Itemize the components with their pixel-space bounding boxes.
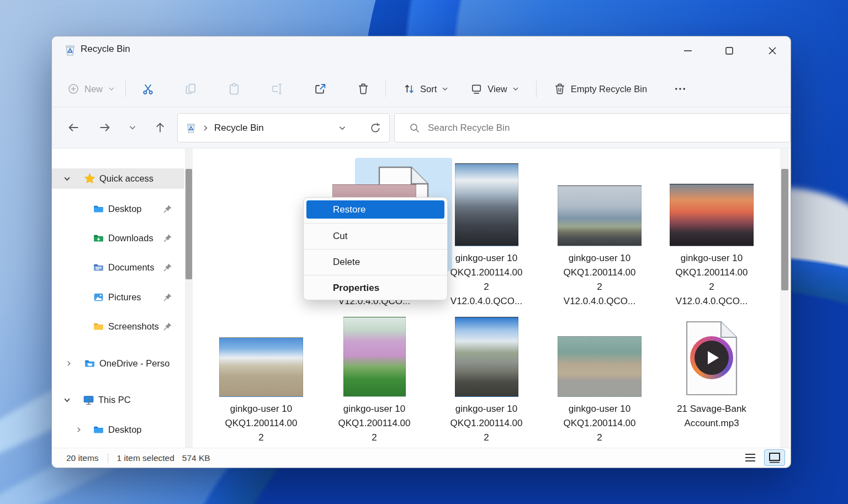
file-tile-photo[interactable]: ginkgo-user 10 QKQ1.200114.00 2 [209,317,314,445]
navigation-pane: Quick access Desktop Downloads Documents [52,148,194,448]
refresh-icon[interactable] [369,122,381,134]
sidebar-item-label: Pictures [108,292,141,303]
ellipsis-icon [674,82,687,96]
file-name-line: 21 Savage-Bank [659,402,764,416]
file-name-line: ginkgo-user 10 [659,251,764,266]
see-more-button[interactable] [668,78,692,100]
sidebar-item-documents[interactable]: Documents [52,257,184,278]
sidebar-item-downloads[interactable]: Downloads [52,228,184,248]
file-name-line: ginkgo-user 10 [322,402,427,416]
rename-button[interactable] [265,78,289,100]
trash-icon [357,82,370,96]
address-bar[interactable]: Recycle Bin [177,113,390,142]
file-name-line: ginkgo-user 10 [547,402,652,416]
address-dropdown-icon[interactable] [338,124,347,132]
sidebar-item-pictures[interactable]: Pictures [52,287,184,307]
rename-icon [271,82,284,96]
photo-thumbnail [455,163,518,246]
recycle-bin-icon [64,44,76,56]
thumbnail-view-icon [768,452,781,464]
cut-button[interactable] [136,78,160,100]
up-button[interactable] [152,119,168,136]
file-name-line: QKQ1.200114.00 [547,416,652,431]
breadcrumb[interactable]: Recycle Bin [214,123,264,134]
view-button[interactable]: View [463,78,526,100]
file-name-line: QKQ1.200114.00 [659,266,764,280]
file-name-line: ginkgo-user 10 [547,251,652,266]
file-tile-photo[interactable]: ginkgo-user 10 QKQ1.200114.00 2 [322,317,427,445]
file-name-line: QKQ1.200114.00 [322,416,427,431]
file-name-line: ginkgo-user 10 [434,251,539,266]
share-button[interactable] [308,78,332,100]
empty-recycle-bin-button[interactable]: Empty Recycle Bin [547,78,654,100]
pin-icon [163,204,172,214]
context-menu-item-delete[interactable]: Delete [304,250,447,275]
folder-icon [93,321,104,332]
toolbar-divider [125,81,126,97]
photo-thumbnail [558,185,642,246]
file-name-line: ginkgo-user 10 [209,402,314,416]
title-bar[interactable]: Recycle Bin [52,36,791,71]
minimize-button[interactable] [675,41,701,61]
content-scrollbar-thumb[interactable] [781,169,788,290]
navigation-bar: Recycle Bin [52,107,791,148]
paste-button[interactable] [222,78,246,100]
pin-icon [163,293,172,302]
file-list: setup.inx ginkgo-user 10 QKQ1.200114.00 … [194,148,791,448]
view-icon [470,82,483,96]
sidebar-item-this-pc-desktop[interactable]: Desktop [52,420,184,440]
chevron-right-icon[interactable] [65,360,72,367]
plus-circle-icon [67,83,80,95]
forward-button[interactable] [97,119,113,136]
file-tile-audio[interactable]: 21 Savage-Bank Account.mp3 [659,317,764,431]
details-view-button[interactable] [740,449,761,466]
status-divider [108,453,108,463]
copy-button[interactable] [179,78,203,100]
sidebar-scrollbar-thumb[interactable] [186,169,192,279]
paste-icon [227,82,241,96]
file-explorer-window: Recycle Bin New [51,36,791,468]
sidebar-item-desktop[interactable]: Desktop [52,199,184,219]
delete-button[interactable] [351,78,375,100]
back-button[interactable] [65,119,82,136]
chevron-right-icon[interactable] [75,426,82,433]
sidebar-item-onedrive[interactable]: OneDrive - Perso [52,353,184,374]
new-button[interactable]: New [67,83,115,95]
file-tile-photo[interactable]: ginkgo-user 10 QKQ1.200114.00 2 V12.0.4.… [659,158,764,309]
chevron-down-icon[interactable] [63,174,71,183]
search-box[interactable] [394,113,791,142]
context-menu-item-restore[interactable]: Restore [306,200,444,219]
search-input[interactable] [428,123,790,134]
sidebar-item-label: Downloads [108,233,153,243]
selection-size: 574 KB [182,453,210,463]
context-menu-item-cut[interactable]: Cut [304,224,447,249]
sidebar-item-label: OneDrive - Perso [99,358,182,369]
file-tile-photo[interactable]: ginkgo-user 10 QKQ1.200114.00 2 [434,317,539,445]
context-menu-item-properties[interactable]: Properties [304,275,447,301]
file-name-line: 2 [547,280,652,294]
photo-thumbnail [343,317,406,397]
sidebar-item-label: Documents [108,262,154,273]
file-tile-photo[interactable]: ginkgo-user 10 QKQ1.200114.00 2 V12.0.4.… [434,158,539,309]
sidebar-item-screenshots[interactable]: Screenshots [52,316,184,337]
play-ring-icon [690,336,733,379]
recent-locations-button[interactable] [124,119,141,136]
close-button[interactable] [760,41,785,61]
maximize-button[interactable] [717,41,742,61]
copy-icon [184,82,198,96]
file-name-line: 2 [434,431,539,445]
sidebar-item-this-pc[interactable]: This PC [52,390,184,410]
thumbnail-view-button[interactable] [764,449,785,466]
sort-button[interactable]: Sort [396,78,455,100]
pin-icon [163,322,172,331]
file-tile-photo[interactable]: ginkgo-user 10 QKQ1.200114.00 2 [547,317,652,445]
file-name-line: 2 [209,431,314,445]
sidebar-item-quick-access[interactable]: Quick access [52,168,184,189]
sidebar-item-label: Desktop [108,425,142,435]
file-tile-photo[interactable]: ginkgo-user 10 QKQ1.200114.00 2 V12.0.4.… [547,158,652,309]
chevron-down-icon[interactable] [63,396,71,404]
onedrive-folder-icon [84,358,96,369]
chevron-down-icon [108,85,115,93]
file-name-line: 2 [434,280,539,294]
sort-icon [402,82,416,96]
